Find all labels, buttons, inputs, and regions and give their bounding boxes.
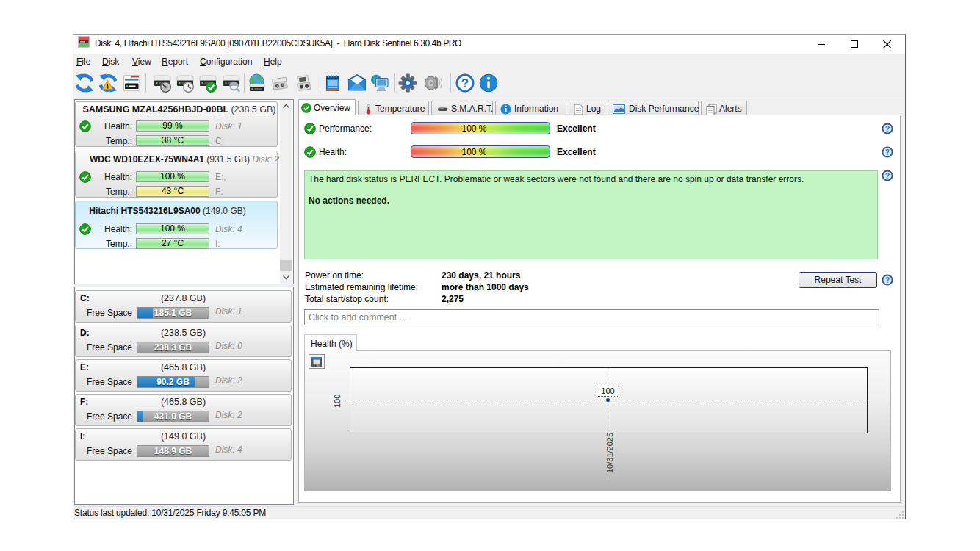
svg-text:?: ? bbox=[885, 276, 890, 284]
svg-text:?: ? bbox=[885, 148, 890, 156]
svg-text:?: ? bbox=[461, 76, 469, 90]
svg-text:?: ? bbox=[885, 171, 890, 180]
svg-text:?: ? bbox=[885, 124, 890, 133]
